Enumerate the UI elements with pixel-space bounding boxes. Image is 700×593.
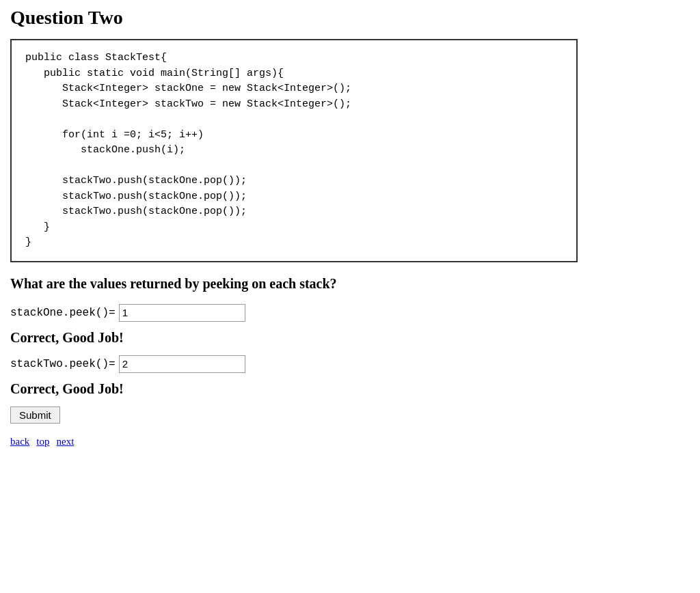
page-title: Question Two — [10, 7, 690, 29]
question-text: What are the values returned by peeking … — [10, 276, 690, 292]
code-content: public class StackTest{ public static vo… — [25, 51, 563, 251]
stacktop-input-row: stackTwo.peek()= — [10, 355, 690, 373]
stacktop-feedback: Correct, Good Job! — [10, 381, 690, 397]
nav-links: back top next — [10, 436, 690, 447]
stackone-answer-input[interactable] — [119, 304, 245, 322]
top-link[interactable]: top — [36, 436, 49, 447]
code-block: public class StackTest{ public static vo… — [10, 39, 578, 262]
stacktop-label: stackTwo.peek()= — [10, 358, 116, 370]
stackone-feedback: Correct, Good Job! — [10, 330, 690, 346]
back-link[interactable]: back — [10, 436, 29, 447]
next-link[interactable]: next — [57, 436, 75, 447]
stacktop-answer-input[interactable] — [119, 355, 245, 373]
stackone-label: stackOne.peek()= — [10, 307, 116, 319]
stackone-input-row: stackOne.peek()= — [10, 304, 690, 322]
submit-button[interactable]: Submit — [10, 406, 60, 424]
